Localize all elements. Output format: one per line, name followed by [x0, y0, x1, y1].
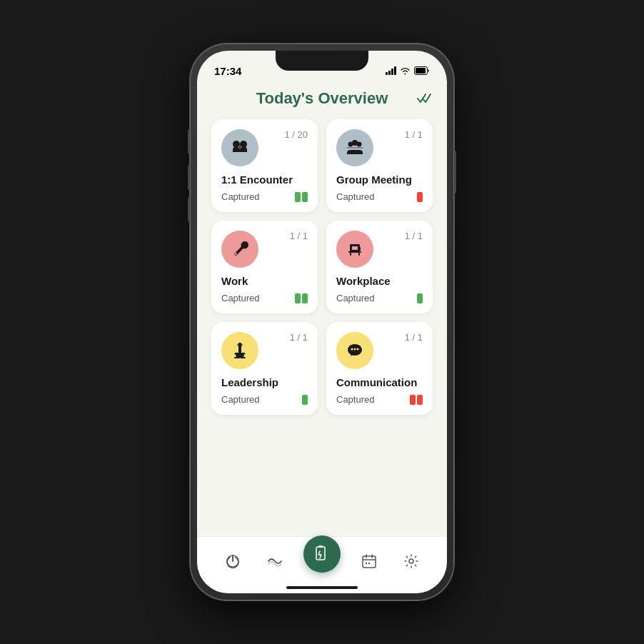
- card-leadership[interactable]: 1 / 1 Leadership Captured: [211, 322, 318, 415]
- card-top: 1 / 1: [336, 129, 423, 166]
- card-group-meeting[interactable]: 1 / 1 Group Meeting Captured: [326, 119, 433, 212]
- nav-calendar[interactable]: [355, 547, 383, 575]
- indicator-dot: [417, 395, 423, 405]
- group-meeting-name: Group Meeting: [336, 173, 423, 186]
- nav-analytics[interactable]: [261, 547, 289, 575]
- encounter-bottom: Captured: [221, 191, 308, 202]
- lighthouse-icon: [229, 340, 251, 361]
- svg-rect-13: [358, 253, 360, 256]
- card-communication[interactable]: 1 / 1 Communication Captured: [326, 322, 433, 415]
- group-meeting-bottom: Captured: [336, 191, 423, 202]
- main-content: Today's Overview: [197, 82, 447, 536]
- battery-icon: [414, 66, 430, 75]
- communication-name: Communication: [336, 376, 423, 388]
- indicator-dot: [302, 395, 308, 405]
- leadership-status: Captured: [221, 394, 259, 405]
- encounter-status: Captured: [221, 191, 259, 202]
- phone-frame: 17:34: [190, 44, 454, 600]
- wifi-icon: [400, 66, 411, 75]
- group-meeting-indicators: [417, 192, 423, 202]
- signal-icon: [386, 66, 396, 75]
- workplace-count: 1 / 1: [405, 231, 423, 241]
- card-top: 1 / 20: [221, 129, 308, 166]
- page-header: Today's Overview: [211, 82, 433, 119]
- page-title: Today's Overview: [256, 89, 388, 108]
- svg-point-20: [351, 348, 353, 351]
- svg-rect-1: [416, 68, 426, 74]
- chat-icon: [344, 340, 366, 361]
- card-work[interactable]: 1 / 1 Work Captured: [211, 221, 318, 313]
- encounter-icon-circle: [221, 129, 258, 166]
- card-top: 1 / 1: [221, 332, 308, 369]
- work-indicators: [295, 293, 308, 303]
- leadership-icon-circle: [221, 332, 258, 369]
- group-meeting-count: 1 / 1: [405, 129, 423, 140]
- indicator-dot: [295, 192, 301, 202]
- svg-rect-28: [368, 563, 370, 564]
- indicator-dot: [302, 293, 308, 303]
- cards-grid: 1 / 20 1:1 Encounter Captured: [211, 119, 433, 415]
- indicator-dot: [295, 293, 301, 303]
- leadership-bottom: Captured: [221, 394, 308, 405]
- leadership-indicators: [302, 395, 308, 405]
- nav-settings[interactable]: [397, 547, 426, 575]
- indicator-dot: [410, 395, 416, 405]
- encounter-count: 1 / 20: [284, 129, 308, 140]
- encounter-indicators: [295, 192, 308, 202]
- communication-count: 1 / 1: [405, 332, 423, 343]
- nav-charge-button[interactable]: [303, 535, 341, 573]
- power-icon: [225, 553, 241, 569]
- status-time: 17:34: [214, 65, 241, 77]
- svg-rect-12: [350, 253, 351, 256]
- desk-icon: [344, 238, 366, 260]
- svg-point-21: [354, 348, 356, 351]
- check-all-icon[interactable]: [417, 91, 433, 107]
- svg-rect-7: [346, 147, 363, 149]
- leadership-name: Leadership: [221, 376, 308, 388]
- home-indicator: [286, 586, 358, 589]
- card-workplace[interactable]: 1 / 1 Workplace Captured: [326, 221, 433, 313]
- calendar-icon: [361, 553, 377, 569]
- group-meeting-icon: [344, 137, 366, 159]
- bottom-nav: [197, 536, 447, 593]
- work-status: Captured: [221, 293, 259, 303]
- communication-indicators: [410, 395, 423, 405]
- svg-point-22: [357, 348, 359, 351]
- svg-rect-27: [366, 563, 367, 564]
- svg-point-18: [237, 343, 243, 346]
- card-encounter[interactable]: 1 / 20 1:1 Encounter Captured: [211, 119, 318, 212]
- svg-rect-11: [348, 251, 361, 253]
- indicator-dot: [417, 192, 423, 202]
- nav-power[interactable]: [218, 547, 247, 575]
- status-bar: 17:34: [197, 51, 447, 82]
- phone-screen: 17:34: [197, 51, 447, 593]
- communication-icon-circle: [336, 332, 373, 369]
- wrench-icon: [229, 238, 251, 260]
- workplace-name: Workplace: [336, 275, 423, 287]
- card-top: 1 / 1: [221, 231, 308, 268]
- workplace-indicators: [417, 293, 423, 303]
- group-meeting-status: Captured: [336, 191, 374, 202]
- analytics-icon: [267, 553, 283, 569]
- status-icons: [386, 66, 430, 75]
- svg-point-29: [409, 559, 413, 563]
- settings-icon: [403, 553, 419, 569]
- indicator-dot: [417, 293, 423, 303]
- svg-rect-25: [318, 545, 323, 548]
- communication-bottom: Captured: [336, 394, 423, 405]
- svg-rect-26: [363, 556, 376, 568]
- svg-point-8: [235, 253, 237, 255]
- group-meeting-icon-circle: [336, 129, 373, 166]
- encounter-name: 1:1 Encounter: [221, 173, 308, 186]
- leadership-count: 1 / 1: [290, 332, 308, 343]
- work-icon-circle: [221, 231, 258, 268]
- svg-marker-16: [235, 353, 245, 357]
- svg-rect-14: [358, 247, 361, 251]
- workplace-status: Captured: [336, 293, 374, 303]
- indicator-dot: [302, 192, 308, 202]
- work-bottom: Captured: [221, 293, 308, 303]
- workplace-icon-circle: [336, 231, 373, 268]
- svg-rect-10: [352, 246, 358, 250]
- work-count: 1 / 1: [290, 231, 308, 241]
- work-name: Work: [221, 275, 308, 287]
